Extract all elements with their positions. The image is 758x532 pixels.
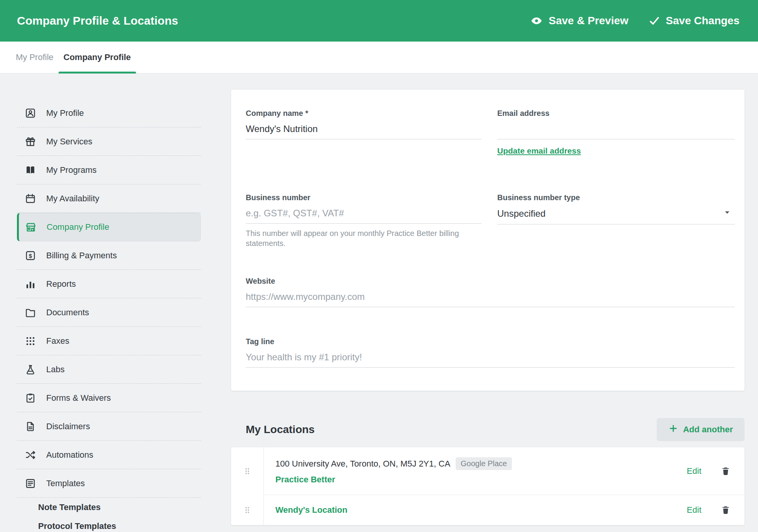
tag-line-field: Tag line — [246, 336, 735, 368]
sidebar-item-my-profile[interactable]: My Profile — [17, 99, 201, 127]
storefront-icon — [25, 221, 37, 233]
calendar-icon — [25, 193, 36, 204]
sidebar-item-label: My Availability — [46, 194, 99, 204]
business-number-type-select[interactable]: Unspecified — [497, 202, 735, 224]
business-number-field: Business number This number will appear … — [246, 192, 481, 248]
clipboard-check-icon — [25, 392, 36, 404]
website-label: Website — [246, 276, 735, 286]
company-name-input[interactable] — [246, 118, 481, 139]
sidebar-item-my-availability[interactable]: My Availability — [17, 184, 201, 213]
company-name-label: Company name * — [246, 108, 481, 118]
folder-icon — [25, 307, 36, 318]
dots-grid-icon — [25, 335, 36, 347]
sidebar-item-label: My Programs — [46, 165, 97, 175]
sidebar-item-automations[interactable]: Automations — [17, 441, 201, 469]
tab-my-profile[interactable]: My Profile — [11, 42, 59, 73]
save-changes-label: Save Changes — [666, 15, 740, 27]
sidebar-item-company-profile[interactable]: Company Profile — [17, 213, 201, 241]
header-actions: Save & Preview Save Changes — [530, 14, 740, 27]
business-number-helper: This number will appear on your monthly … — [246, 228, 469, 248]
locations-list: 100 University Ave, Toronto, ON, M5J 2Y1… — [231, 447, 745, 525]
tag-line-label: Tag line — [246, 336, 735, 346]
page-header: Company Profile & Locations Save & Previ… — [0, 0, 758, 42]
website-input[interactable] — [246, 286, 735, 307]
sidebar-item-labs[interactable]: Labs — [17, 355, 201, 384]
sidebar-item-label: Faxes — [46, 336, 69, 346]
sidebar-item-label: My Profile — [46, 108, 84, 118]
plus-icon — [668, 423, 678, 436]
add-location-button[interactable]: Add another — [657, 418, 745, 441]
sidebar-item-label: Forms & Waivers — [46, 393, 111, 403]
sidebar-subitem-note-templates[interactable]: Note Templates — [17, 498, 201, 517]
main-panel: Company name * Email address Update emai… — [231, 90, 745, 525]
template-icon — [25, 478, 36, 489]
email-input[interactable] — [497, 118, 735, 139]
add-location-label: Add another — [683, 425, 733, 435]
shuffle-icon — [25, 449, 36, 461]
location-source-badge: Google Place — [456, 457, 512, 470]
open-book-icon — [25, 164, 36, 176]
tab-company-profile[interactable]: Company Profile — [59, 42, 136, 73]
sidebar-subitem-protocol-templates[interactable]: Protocol Templates — [17, 517, 201, 532]
sidebar-item-label: Company Profile — [47, 222, 109, 232]
sidebar-item-faxes[interactable]: Faxes — [17, 327, 201, 355]
sidebar-item-label: Disclaimers — [46, 422, 90, 432]
save-preview-button[interactable]: Save & Preview — [530, 14, 629, 27]
company-profile-form: Company name * Email address Update emai… — [231, 90, 745, 391]
trash-icon[interactable] — [721, 505, 731, 515]
edit-location-link[interactable]: Edit — [687, 466, 701, 476]
drag-handle-icon[interactable] — [231, 467, 263, 476]
location-name-link[interactable]: Wendy's Location — [275, 505, 347, 515]
page-title: Company Profile & Locations — [17, 14, 178, 27]
sidebar-item-billing-payments[interactable]: $ Billing & Payments — [17, 241, 201, 270]
business-number-type-value: Unspecified — [497, 208, 545, 219]
content-area: My Profile My Services My Programs My Av… — [0, 74, 758, 532]
trash-icon[interactable] — [721, 466, 731, 476]
business-number-label: Business number — [246, 192, 481, 202]
contact-card-icon — [25, 107, 36, 119]
eye-icon — [530, 14, 543, 27]
svg-text:$: $ — [29, 252, 32, 259]
dollar-square-icon: $ — [25, 250, 36, 261]
location-details: Wendy's Location — [263, 495, 678, 525]
sidebar-item-label: Automations — [46, 450, 93, 460]
sidebar-item-label: Reports — [46, 279, 76, 289]
sidebar-item-disclaimers[interactable]: Disclaimers — [17, 412, 201, 441]
website-field: Website — [246, 276, 735, 307]
check-icon — [649, 15, 660, 27]
location-address: 100 University Ave, Toronto, ON, M5J 2Y1… — [275, 459, 450, 469]
sidebar-item-label: Billing & Payments — [46, 251, 117, 261]
sidebar-item-forms-waivers[interactable]: Forms & Waivers — [17, 384, 201, 412]
sidebar-item-templates[interactable]: Templates — [17, 469, 201, 498]
sidebar-item-label: Documents — [46, 308, 89, 318]
location-details: 100 University Ave, Toronto, ON, M5J 2Y1… — [263, 447, 678, 495]
locations-header: My Locations Add another — [231, 418, 745, 441]
sidebar-item-my-services[interactable]: My Services — [17, 127, 201, 156]
business-number-type-label: Business number type — [497, 192, 735, 202]
sidebar-item-label: Templates — [46, 478, 85, 489]
email-field: Email address Update email address — [497, 108, 735, 156]
drag-handle-icon[interactable] — [231, 505, 263, 515]
flask-icon — [25, 364, 36, 375]
company-name-field: Company name * — [246, 108, 481, 139]
profile-tabbar: My Profile Company Profile — [0, 42, 758, 74]
document-icon — [25, 421, 36, 432]
save-changes-button[interactable]: Save Changes — [649, 14, 740, 27]
sidebar-item-my-programs[interactable]: My Programs — [17, 156, 201, 184]
sidebar-item-label: Labs — [46, 365, 65, 375]
locations-heading: My Locations — [246, 423, 315, 436]
business-number-type-field: Business number type Unspecified — [497, 192, 735, 224]
location-row: 100 University Ave, Toronto, ON, M5J 2Y1… — [231, 447, 745, 495]
gift-icon — [25, 136, 36, 147]
save-preview-label: Save & Preview — [549, 15, 629, 27]
business-number-input[interactable] — [246, 202, 481, 224]
sidebar-item-documents[interactable]: Documents — [17, 298, 201, 327]
email-label: Email address — [497, 108, 735, 118]
sidebar-item-reports[interactable]: Reports — [17, 270, 201, 298]
update-email-link[interactable]: Update email address — [497, 146, 581, 156]
location-name-link[interactable]: Practice Better — [275, 475, 335, 485]
tag-line-input[interactable] — [246, 346, 735, 368]
chevron-down-icon — [723, 208, 732, 219]
sidebar-item-label: My Services — [46, 137, 92, 147]
edit-location-link[interactable]: Edit — [687, 505, 701, 515]
